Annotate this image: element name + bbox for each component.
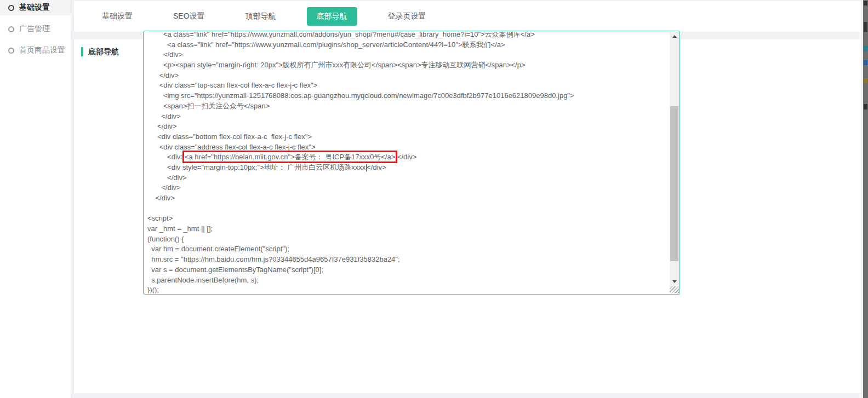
right-edge-strip xyxy=(863,0,868,398)
code-line: <span>扫一扫关注公众号</span> xyxy=(147,101,670,112)
code-line: <img src="https://yunzmall-1251768088.co… xyxy=(147,91,670,101)
code-line: </div> xyxy=(147,183,670,193)
circle-icon xyxy=(8,26,14,32)
code-line: </div> xyxy=(147,122,670,132)
sidebar-item-label: 广告管理 xyxy=(19,24,50,34)
editor-scrollbar[interactable] xyxy=(670,32,679,286)
code-line: </div> xyxy=(147,71,670,81)
code-line: s.parentNode.insertBefore(hm, s); xyxy=(147,275,670,286)
tab-item-2[interactable]: 顶部导航 xyxy=(236,7,286,26)
scrollbar-thumb[interactable] xyxy=(670,106,678,261)
code-line: (function() { xyxy=(147,234,670,245)
page-title: 底部导航 xyxy=(81,47,119,56)
code-line: <div style="margin-top:10px;">地址： 广州市白云区… xyxy=(147,163,670,173)
sidebar-item-label: 基础设置 xyxy=(19,3,50,13)
red-annotation-box: <a href="https://beian.miit.gov.cn">备案号：… xyxy=(185,153,395,161)
circle-icon xyxy=(8,5,14,11)
sidebar-item-2[interactable]: 首页商品设置 xyxy=(0,43,71,58)
scroll-up-icon[interactable] xyxy=(670,32,679,41)
code-line: var _hmt = _hmt || []; xyxy=(147,224,670,234)
code-line: <script> xyxy=(147,214,670,224)
edge-speck xyxy=(864,60,867,65)
resize-grip-icon[interactable] xyxy=(670,286,679,293)
code-line: </div> xyxy=(147,193,670,204)
code-line: </div> xyxy=(147,112,670,122)
code-line: var hm = document.createElement("script"… xyxy=(147,244,670,255)
edge-speck xyxy=(864,1,867,5)
code-line xyxy=(147,204,670,214)
edge-speck xyxy=(864,46,867,51)
circle-icon xyxy=(8,48,14,54)
tab-item-3[interactable]: 底部导航 xyxy=(307,7,357,26)
code-line: </div> xyxy=(147,173,670,183)
code-line: <div class="address flex-col flex-a-c fl… xyxy=(147,142,670,153)
code-line: hm.src = "https://hm.baidu.com/hm.js?033… xyxy=(147,255,670,265)
sidebar-item-0[interactable]: 基础设置 xyxy=(0,0,71,15)
tab-card: 基础设置SEO设置顶部导航底部导航登录页设置 xyxy=(74,1,861,32)
code-line: <a class="link" href="https://www.yunzma… xyxy=(147,32,670,40)
code-content: <a class="link" href="https://www.yunzma… xyxy=(144,32,670,293)
footer-nav-code-textarea[interactable]: <a class="link" href="https://www.yunzma… xyxy=(143,31,680,295)
scroll-down-icon[interactable] xyxy=(670,277,679,286)
edge-speck xyxy=(864,78,867,83)
code-line: <div class="top-scan flex-col flex-a-c f… xyxy=(147,80,670,91)
code-line: </div> xyxy=(147,50,670,60)
tab-bar: 基础设置SEO设置顶部导航底部导航登录页设置 xyxy=(74,1,861,32)
sidebar-item-label: 首页商品设置 xyxy=(19,45,65,55)
sidebar-item-1[interactable]: 广告管理 xyxy=(0,21,71,37)
edge-speck xyxy=(864,104,867,109)
code-line: <div class="bottom flex-col flex-a-c fle… xyxy=(147,132,670,142)
code-line: <div><a href="https://beian.miit.gov.cn"… xyxy=(147,152,670,163)
code-line: <p><span style="margin-right: 20px">版权所有… xyxy=(147,60,670,71)
edge-speck xyxy=(864,22,867,32)
sidebar: 基础设置广告管理首页商品设置 xyxy=(0,0,71,398)
code-viewport[interactable]: <a class="link" href="https://www.yunzma… xyxy=(144,32,670,293)
tab-item-4[interactable]: 登录页设置 xyxy=(378,7,436,26)
code-line: <a class="link" href="https://www.yunzma… xyxy=(147,40,670,50)
code-line: var s = document.getElementsByTagName("s… xyxy=(147,265,670,275)
code-line: })(); xyxy=(147,285,670,293)
tab-item-0[interactable]: 基础设置 xyxy=(92,7,142,26)
tab-item-1[interactable]: SEO设置 xyxy=(163,7,215,26)
